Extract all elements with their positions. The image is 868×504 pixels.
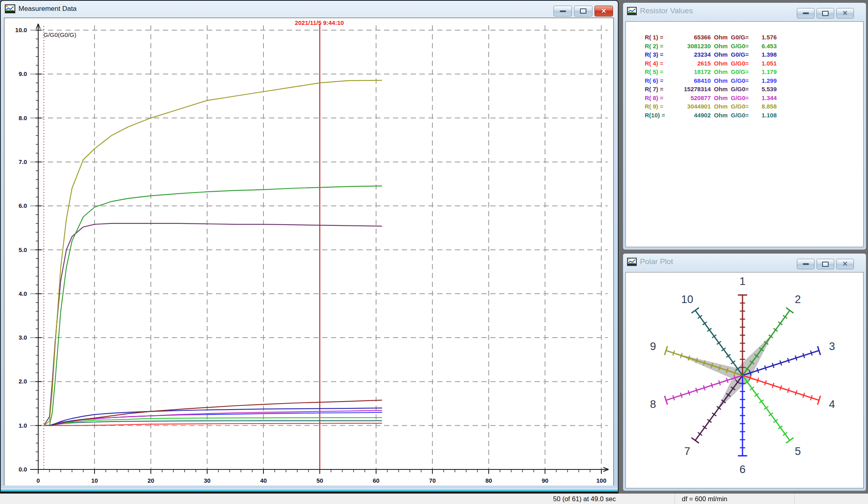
svg-text:50: 50	[317, 477, 323, 484]
status-divider	[675, 495, 675, 503]
svg-text:20: 20	[148, 477, 154, 484]
resistor-cell: 18172	[671, 68, 711, 76]
resistor-cell: 23234	[671, 50, 711, 59]
svg-text:3: 3	[829, 340, 835, 352]
resistor-cell: R( 6) =	[645, 76, 671, 85]
minimize-icon	[803, 12, 809, 14]
close-button[interactable]: ✕	[594, 6, 613, 16]
resistor-cell: 1.051	[753, 59, 777, 68]
app-chart-icon	[5, 4, 15, 13]
resistor-cell: R( 3) =	[645, 50, 671, 59]
resistor-cell: 2615	[671, 59, 711, 68]
cursor-timestamp-label: 2021/11/5 9:44:10	[279, 19, 360, 26]
svg-text:60: 60	[373, 477, 380, 484]
svg-text:7.0: 7.0	[19, 158, 27, 165]
resistor-cell: 1.344	[753, 94, 777, 102]
svg-text:9.0: 9.0	[19, 70, 27, 77]
polar-plot-window: Polar Plot ✕ 12345678910	[623, 253, 866, 491]
svg-text:10: 10	[681, 293, 693, 305]
resistor-cell: Ohm	[714, 102, 729, 111]
resistor-cell: R( 9) =	[645, 102, 671, 111]
resistor-cell: G/G0=	[731, 76, 753, 85]
resistor-cell: 1.576	[753, 33, 777, 42]
resistor-cell: 1.299	[753, 76, 777, 85]
resistor-cell: G/G0=	[731, 85, 753, 94]
status-flow-text: df = 600 ml/min	[682, 495, 727, 503]
resistor-cell: G0/G=	[731, 33, 753, 42]
minimize-button[interactable]	[553, 6, 572, 16]
resistor-row: R( 9) =3044901OhmG/G0=8.858	[645, 102, 777, 111]
mdi-workspace: { "status_bar": { "progress_text": "50 (…	[0, 0, 868, 504]
svg-text:6: 6	[739, 463, 745, 475]
svg-text:8.0: 8.0	[19, 115, 27, 121]
resistor-row: R( 5) =18172OhmG0/G=1.179	[645, 68, 777, 76]
svg-text:1.0: 1.0	[19, 422, 27, 429]
resistor-cell: Ohm	[714, 42, 729, 51]
resistor-cell: 3044901	[671, 102, 711, 111]
resistor-cell: G0/G=	[731, 50, 753, 59]
resistor-values-window: Resistor Values ✕ R( 1) =65366OhmG0/G=1.…	[623, 2, 866, 250]
status-divider	[794, 495, 795, 503]
resistor-cell: 68410	[671, 76, 711, 85]
svg-text:0: 0	[37, 477, 40, 484]
svg-text:6.0: 6.0	[19, 202, 27, 209]
svg-text:3.0: 3.0	[19, 334, 27, 341]
resistor-cell: R( 5) =	[645, 68, 671, 76]
resistor-cell: Ohm	[714, 111, 729, 120]
resistor-cell: G0/G=	[731, 68, 753, 76]
resistor-cell: Ohm	[714, 85, 729, 94]
resistor-cell: 3081230	[671, 42, 711, 51]
resistor-cell: G/G0=	[731, 102, 753, 111]
app-chart-icon	[627, 258, 637, 266]
minimize-icon	[560, 10, 566, 12]
svg-text:4.0: 4.0	[19, 290, 27, 297]
resistor-row: R( 8) =520877OhmG/G0=1.344	[645, 94, 777, 102]
resistor-row: R( 2) =3081230OhmG/G0=6.453	[645, 42, 777, 51]
polar-star-chart: 12345678910	[626, 272, 864, 489]
resistor-cell: R( 8) =	[645, 94, 671, 102]
close-icon: ✕	[842, 10, 847, 16]
resistor-cell: G/G0=	[731, 94, 753, 102]
svg-text:40: 40	[260, 477, 267, 484]
resistor-cell: R( 4) =	[645, 59, 671, 68]
svg-text:70: 70	[429, 477, 436, 484]
restore-button[interactable]	[574, 6, 592, 16]
status-bar: 50 (of 61) at 49.0 sec df = 600 ml/min	[0, 494, 868, 504]
app-chart-icon	[627, 7, 637, 15]
minimize-button[interactable]	[797, 8, 815, 18]
svg-text:5: 5	[795, 445, 801, 457]
svg-text:100: 100	[596, 477, 606, 484]
resistor-values-area: R( 1) =65366OhmG0/G=1.576R( 2) =3081230O…	[625, 21, 864, 247]
resistor-row: R( 6) =68410OhmG/G0=1.299	[645, 76, 777, 85]
resistor-row: R(10) =44902OhmG/G0=1.108	[645, 111, 777, 120]
resistor-row: R( 3) =23234OhmG0/G=1.398	[645, 50, 777, 59]
svg-text:9: 9	[650, 340, 656, 352]
resistor-cell: 1.398	[753, 50, 777, 59]
restore-icon	[822, 262, 829, 267]
resistor-cell: G/G0=	[731, 111, 753, 120]
resistor-cell: 65366	[671, 33, 711, 42]
svg-text:2.0: 2.0	[19, 378, 27, 385]
svg-text:10.0: 10.0	[15, 27, 27, 33]
restore-icon	[580, 8, 586, 14]
window-bottom-border	[1, 486, 618, 493]
resistor-row: R( 4) =2615OhmG/G0=1.051	[645, 59, 777, 68]
restore-button[interactable]	[817, 8, 834, 18]
svg-text:5.0: 5.0	[19, 246, 27, 253]
resistor-cell: 8.858	[753, 102, 777, 111]
restore-button[interactable]	[817, 259, 834, 269]
close-button[interactable]: ✕	[836, 259, 854, 269]
status-progress-text: 50 (of 61) at 49.0 sec	[553, 495, 616, 503]
y-axis-title: G/G0(G0/G)	[43, 31, 76, 38]
resistor-cell: 6.453	[753, 42, 777, 51]
polar-window-title: Polar Plot	[640, 257, 673, 266]
close-icon: ✕	[601, 8, 606, 14]
close-button[interactable]: ✕	[836, 8, 854, 18]
svg-text:90: 90	[542, 477, 549, 484]
resistor-cell: R( 2) =	[645, 42, 671, 51]
measurement-window-titlebar[interactable]: Measurement Data	[1, 1, 618, 17]
minimize-button[interactable]	[797, 259, 815, 269]
svg-text:8: 8	[650, 398, 656, 410]
resistor-cell: Ohm	[714, 76, 729, 85]
resistor-values-list: R( 1) =65366OhmG0/G=1.576R( 2) =3081230O…	[645, 33, 777, 119]
